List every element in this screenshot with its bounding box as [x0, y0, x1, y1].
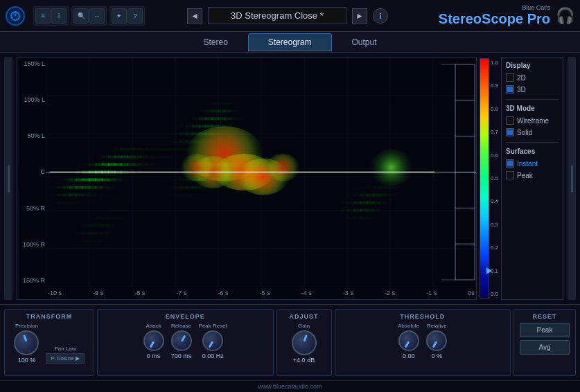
- brand-main: StereoScope Pro: [439, 11, 550, 26]
- reset-section: RESET Peak Avg: [513, 309, 576, 376]
- x-label-9: -9 s: [93, 289, 103, 296]
- pan-law-button[interactable]: P-Cosine ▶: [46, 353, 84, 364]
- attack-label: Attack: [146, 323, 161, 329]
- absolute-group: Absolute 0.00: [398, 323, 419, 359]
- precision-label: Precision: [15, 323, 38, 329]
- release-value: 700 ms: [171, 353, 192, 359]
- release-group: Release 700 ms: [171, 323, 192, 359]
- absolute-knob[interactable]: [398, 330, 419, 351]
- mode-3d-checkbox[interactable]: [506, 85, 514, 93]
- star-icon[interactable]: ✦: [112, 8, 127, 24]
- top-bar: ≡ i 🔍 ··· ✦ ? ◄ 3D Stereogram Close * ► …: [0, 0, 580, 32]
- threshold-section: THRESHOLD Absolute 0.00 Relative 0 %: [335, 309, 511, 376]
- main-content: 150% L 100% L 50% L C 50% R 100% R 150% …: [0, 53, 580, 304]
- tab-stereogram[interactable]: Stereogram: [248, 33, 332, 51]
- threshold-knobs: Absolute 0.00 Relative 0 %: [398, 323, 447, 359]
- absolute-value: 0.00: [403, 353, 415, 359]
- info-icon[interactable]: i: [51, 8, 67, 24]
- dots-icon[interactable]: ···: [89, 8, 105, 24]
- stereogram-canvas: [46, 57, 476, 287]
- solid-row[interactable]: Solid: [506, 128, 559, 136]
- gain-knob[interactable]: [292, 330, 317, 355]
- mode-2d-label: 2D: [517, 74, 526, 82]
- avg-reset-button[interactable]: Avg: [520, 340, 570, 355]
- power-button[interactable]: [6, 6, 25, 26]
- x-label-8: -8 s: [134, 289, 145, 296]
- gain-group: Gain +4.0 dB: [292, 323, 317, 364]
- adjust-title: ADJUST: [289, 313, 318, 320]
- preset-next-button[interactable]: ►: [352, 8, 367, 24]
- color-bar: [480, 58, 489, 299]
- peak-reset-value: 0.00 Hz: [202, 353, 224, 359]
- release-knob[interactable]: [171, 330, 192, 351]
- x-label-10: -10 s: [48, 289, 62, 296]
- relative-value: 0 %: [432, 353, 443, 359]
- peak-checkbox[interactable]: [506, 171, 514, 179]
- precision-group: Precision 100 %: [14, 323, 39, 364]
- scale-0.9: 0.9: [491, 82, 498, 89]
- left-side-handle[interactable]: [4, 57, 12, 300]
- reset-title: RESET: [532, 313, 556, 320]
- tab-stereo[interactable]: Stereo: [183, 33, 247, 51]
- gain-label: Gain: [298, 323, 310, 329]
- viz-main: 150% L 100% L 50% L C 50% R 100% R 150% …: [17, 57, 477, 300]
- attack-knob[interactable]: [143, 330, 164, 351]
- color-scale-wrap: 1.0 0.9 0.8 0.7 0.6 0.5 0.4 0.3 0.2 0.1 …: [480, 57, 498, 300]
- footer-url: www.bluecataudio.com: [258, 383, 322, 390]
- help-icon[interactable]: ?: [128, 8, 143, 24]
- toolbar-group-2: 🔍 ···: [71, 6, 107, 26]
- scale-0.4: 0.4: [491, 198, 498, 204]
- x-label-6: -6 s: [218, 289, 229, 296]
- solid-checkbox[interactable]: [506, 128, 514, 136]
- handle-line-right: [571, 165, 573, 193]
- relative-knob[interactable]: [426, 330, 447, 351]
- absolute-label: Absolute: [398, 323, 419, 329]
- scale-1.0: 1.0: [491, 60, 498, 66]
- peak-reset-button[interactable]: Peak: [520, 323, 570, 337]
- right-panel: Display 2D 3D 3D Mode Wireframe Solid Su…: [501, 57, 563, 300]
- scale-numbers: 1.0 0.9 0.8 0.7 0.6 0.5 0.4 0.3 0.2 0.1 …: [491, 58, 498, 299]
- gain-value: +4.0 dB: [293, 357, 315, 364]
- solid-label: Solid: [517, 129, 532, 136]
- attack-value: 0 ms: [147, 353, 161, 359]
- peak-reset-group: Peak Reset 0.00 Hz: [199, 323, 227, 359]
- preset-info-button[interactable]: i: [373, 8, 388, 24]
- mode-2d-checkbox[interactable]: [506, 73, 514, 82]
- wireframe-row[interactable]: Wireframe: [506, 116, 559, 125]
- instant-checkbox[interactable]: [506, 159, 514, 168]
- relative-group: Relative 0 %: [426, 323, 447, 359]
- scale-0.2: 0.2: [491, 244, 498, 251]
- x-label-4: -4 s: [301, 289, 312, 296]
- preset-name[interactable]: 3D Stereogram Close *: [208, 7, 346, 24]
- mode-3d-label: 3D: [517, 86, 526, 93]
- x-label-0: 0s: [468, 289, 475, 296]
- y-label-100l: 100% L: [19, 96, 45, 103]
- brand-area: Blue Cat's StereoScope Pro: [439, 5, 550, 26]
- scale-0.7: 0.7: [491, 129, 498, 135]
- x-label-2: -2 s: [385, 289, 395, 296]
- instant-row[interactable]: Instant: [506, 159, 559, 168]
- attack-group: Attack 0 ms: [143, 323, 164, 359]
- viz-x-labels: -10 s -9 s -8 s -7 s -6 s -5 s -4 s -3 s…: [46, 287, 476, 299]
- viz-canvas-area[interactable]: [46, 57, 476, 287]
- preset-prev-button[interactable]: ◄: [187, 8, 202, 24]
- viz-y-labels: 150% L 100% L 50% L C 50% R 100% R 150% …: [17, 57, 46, 287]
- search-icon[interactable]: 🔍: [73, 8, 89, 24]
- menu-icon[interactable]: ≡: [35, 8, 51, 24]
- mode-2d-row[interactable]: 2D: [506, 73, 559, 82]
- display-title: Display: [506, 62, 559, 69]
- tab-output[interactable]: Output: [332, 33, 397, 51]
- mode-3d-row[interactable]: 3D: [506, 85, 559, 93]
- envelope-title: ENVELOPE: [166, 313, 205, 320]
- wireframe-checkbox[interactable]: [506, 116, 514, 125]
- peak-row[interactable]: Peak: [506, 171, 559, 179]
- x-label-5: -5 s: [260, 289, 270, 296]
- mode-3d-title: 3D Mode: [506, 105, 559, 112]
- peak-reset-knob[interactable]: [202, 330, 223, 351]
- envelope-section: ENVELOPE Attack 0 ms Release 700 ms Peak…: [97, 309, 274, 376]
- transform-section: TRANSFORM Precision 100 % Pan Law P-Cosi…: [4, 309, 94, 376]
- precision-knob[interactable]: [14, 330, 39, 355]
- peak-label: Peak: [517, 172, 533, 179]
- right-side-handle[interactable]: [568, 57, 576, 300]
- y-label-50r: 50% R: [19, 205, 45, 212]
